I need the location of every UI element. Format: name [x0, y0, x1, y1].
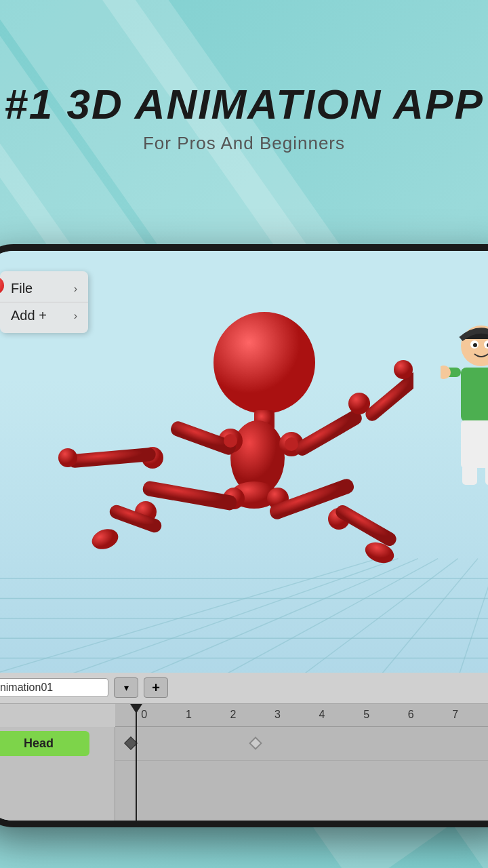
svg-point-18 — [214, 312, 315, 414]
animation-name-input[interactable] — [0, 678, 108, 697]
ruler-6: 6 — [388, 709, 433, 721]
svg-point-47 — [473, 343, 477, 347]
file-menu-item[interactable]: File › — [0, 275, 88, 302]
ruler-0: 0 — [122, 709, 167, 721]
add-menu-item[interactable]: Add + › — [0, 302, 88, 329]
animation-add-button[interactable]: + — [144, 677, 168, 698]
ruler-2: 2 — [211, 709, 256, 721]
header-section: #1 3D ANIMATION APP For Pros And Beginne… — [0, 81, 488, 154]
svg-rect-56 — [485, 465, 488, 485]
animation-name-bar: ▾ + — [0, 673, 488, 704]
head-track-button[interactable]: Head — [0, 731, 89, 756]
head-track-row — [115, 727, 488, 761]
keyframe-5[interactable] — [249, 736, 262, 750]
svg-rect-25 — [67, 447, 156, 468]
svg-point-42 — [224, 434, 237, 448]
head-track-label: Head — [0, 727, 115, 761]
ruler-3: 3 — [256, 709, 300, 721]
svg-rect-55 — [462, 465, 477, 485]
app-subtitle: For Pros And Beginners — [0, 133, 488, 154]
3d-viewport: File › Add + › — [0, 251, 488, 678]
add-arrow: › — [74, 310, 77, 322]
file-label: File — [11, 281, 33, 296]
svg-rect-49 — [461, 368, 488, 422]
ruler-4: 4 — [300, 709, 344, 721]
device-screen: File › Add + › ▾ + — [0, 251, 488, 821]
playhead[interactable] — [136, 704, 137, 821]
timeline-ruler: 0 1 2 3 4 5 6 7 8 — [115, 704, 488, 727]
ruler-8: 8 — [478, 709, 489, 721]
svg-rect-34 — [142, 480, 238, 511]
animation-dropdown-button[interactable]: ▾ — [114, 677, 138, 698]
track-labels: Head — [0, 727, 115, 821]
track-area: Head — [0, 727, 488, 821]
ruler-numbers: 0 1 2 3 4 5 6 7 8 — [115, 709, 488, 721]
svg-rect-54 — [461, 420, 488, 468]
ruler-1: 1 — [167, 709, 211, 721]
right-character — [441, 319, 488, 488]
svg-point-37 — [89, 526, 121, 553]
context-menu: File › Add + › — [0, 271, 88, 333]
svg-point-43 — [285, 437, 298, 451]
svg-rect-27 — [292, 408, 364, 458]
app-title: #1 3D ANIMATION APP — [0, 81, 488, 127]
playhead-indicator — [130, 704, 142, 713]
device-frame: File › Add + › ▾ + — [0, 244, 488, 827]
dropdown-icon: ▾ — [124, 682, 129, 693]
file-arrow: › — [74, 283, 77, 295]
svg-point-30 — [394, 360, 413, 379]
ruler-5: 5 — [344, 709, 389, 721]
add-icon: + — [152, 680, 160, 696]
timeline-bar: ▾ + 0 1 2 3 4 5 6 — [0, 673, 488, 821]
track-content — [115, 727, 488, 821]
add-label: Add + — [11, 308, 47, 323]
ruler-7: 7 — [433, 709, 478, 721]
svg-point-26 — [58, 448, 77, 467]
stickman-figure — [34, 251, 413, 678]
